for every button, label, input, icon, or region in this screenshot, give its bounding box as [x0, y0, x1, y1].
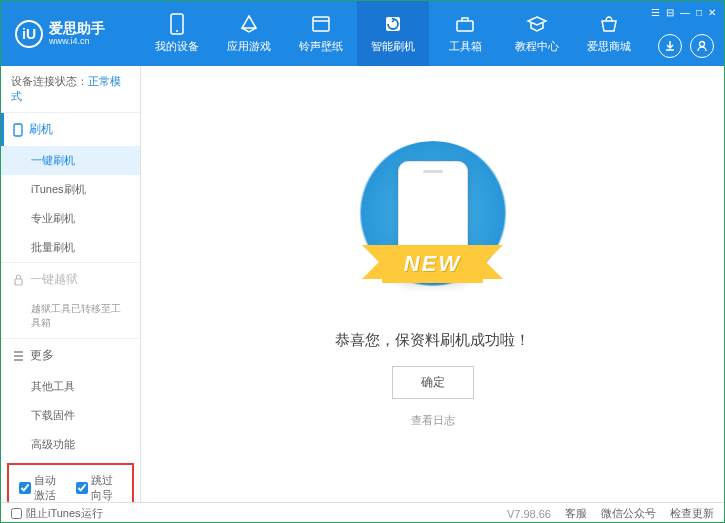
- toolbox-icon: [454, 13, 476, 35]
- sidebar: 设备连接状态：正常模式 刷机 一键刷机 iTunes刷机 专业刷机 批量刷机 一…: [1, 66, 141, 502]
- tab-label: 爱思商城: [587, 39, 631, 54]
- menu-icon[interactable]: ☰: [651, 7, 660, 18]
- header-actions: [658, 34, 714, 58]
- flash-icon: [382, 13, 404, 35]
- view-log-link[interactable]: 查看日志: [411, 413, 455, 428]
- menu-icon: [13, 351, 24, 361]
- tab-my-device[interactable]: 我的设备: [141, 1, 213, 66]
- main-content: NEW 恭喜您，保资料刷机成功啦！ 确定 查看日志: [141, 66, 724, 502]
- wallpaper-icon: [310, 13, 332, 35]
- confirm-button[interactable]: 确定: [392, 366, 474, 399]
- checkbox-highlight-area: 自动激活 跳过向导: [7, 463, 134, 502]
- close-icon[interactable]: ✕: [708, 7, 716, 18]
- window-controls: ☰ ⊟ — □ ✕: [651, 7, 716, 18]
- sidebar-header-more[interactable]: 更多: [1, 339, 140, 372]
- support-link[interactable]: 客服: [565, 506, 587, 521]
- tab-label: 工具箱: [449, 39, 482, 54]
- download-button[interactable]: [658, 34, 682, 58]
- sidebar-item-advanced[interactable]: 高级功能: [1, 430, 140, 459]
- svg-point-1: [176, 30, 178, 32]
- sidebar-header-flash[interactable]: 刷机: [1, 113, 140, 146]
- version-label: V7.98.66: [507, 508, 551, 520]
- checkbox-skip-guide[interactable]: 跳过向导: [76, 473, 123, 502]
- tab-apps[interactable]: 应用游戏: [213, 1, 285, 66]
- maximize-icon[interactable]: □: [696, 7, 702, 18]
- app-name: 爱思助手: [49, 21, 105, 36]
- tab-flash[interactable]: 智能刷机: [357, 1, 429, 66]
- user-button[interactable]: [690, 34, 714, 58]
- logo-area: iU 爱思助手 www.i4.cn: [1, 20, 141, 48]
- phone-icon: [166, 13, 188, 35]
- tab-label: 应用游戏: [227, 39, 271, 54]
- logo-icon: iU: [15, 20, 43, 48]
- tab-label: 铃声壁纸: [299, 39, 343, 54]
- svg-rect-6: [14, 124, 22, 136]
- minimize-icon[interactable]: —: [680, 7, 690, 18]
- svg-rect-4: [457, 21, 473, 31]
- tab-tutorials[interactable]: 教程中心: [501, 1, 573, 66]
- tab-label: 教程中心: [515, 39, 559, 54]
- wechat-link[interactable]: 微信公众号: [601, 506, 656, 521]
- success-illustration: NEW: [343, 141, 523, 311]
- svg-point-5: [700, 42, 705, 47]
- nav-tabs: 我的设备 应用游戏 铃声壁纸 智能刷机 工具箱 教程中心 爱思商城: [141, 1, 724, 66]
- tab-label: 智能刷机: [371, 39, 415, 54]
- sidebar-header-jailbreak[interactable]: 一键越狱: [1, 263, 140, 296]
- app-url: www.i4.cn: [49, 36, 105, 46]
- sidebar-item-oneclick-flash[interactable]: 一键刷机: [1, 146, 140, 175]
- sidebar-item-batch-flash[interactable]: 批量刷机: [1, 233, 140, 262]
- svg-rect-7: [15, 279, 22, 285]
- apps-icon: [238, 13, 260, 35]
- lock-icon[interactable]: ⊟: [666, 7, 674, 18]
- tab-ringtones[interactable]: 铃声壁纸: [285, 1, 357, 66]
- sidebar-item-itunes-flash[interactable]: iTunes刷机: [1, 175, 140, 204]
- svg-rect-2: [313, 17, 329, 31]
- app-header: iU 爱思助手 www.i4.cn 我的设备 应用游戏 铃声壁纸 智能刷机 工具…: [1, 1, 724, 66]
- connection-status: 设备连接状态：正常模式: [1, 66, 140, 113]
- check-update-link[interactable]: 检查更新: [670, 506, 714, 521]
- tutorial-icon: [526, 13, 548, 35]
- tab-label: 我的设备: [155, 39, 199, 54]
- phone-small-icon: [13, 123, 23, 137]
- jailbreak-note: 越狱工具已转移至工具箱: [1, 296, 140, 338]
- checkbox-auto-activate[interactable]: 自动激活: [19, 473, 66, 502]
- sidebar-item-pro-flash[interactable]: 专业刷机: [1, 204, 140, 233]
- tab-store[interactable]: 爱思商城: [573, 1, 645, 66]
- footer: 阻止iTunes运行 V7.98.66 客服 微信公众号 检查更新: [1, 502, 724, 523]
- success-message: 恭喜您，保资料刷机成功啦！: [335, 331, 530, 350]
- sidebar-item-download-firmware[interactable]: 下载固件: [1, 401, 140, 430]
- block-itunes-checkbox[interactable]: 阻止iTunes运行: [11, 506, 103, 521]
- lock-icon: [13, 274, 24, 286]
- tab-toolbox[interactable]: 工具箱: [429, 1, 501, 66]
- sidebar-item-other-tools[interactable]: 其他工具: [1, 372, 140, 401]
- store-icon: [598, 13, 620, 35]
- new-banner: NEW: [382, 245, 483, 283]
